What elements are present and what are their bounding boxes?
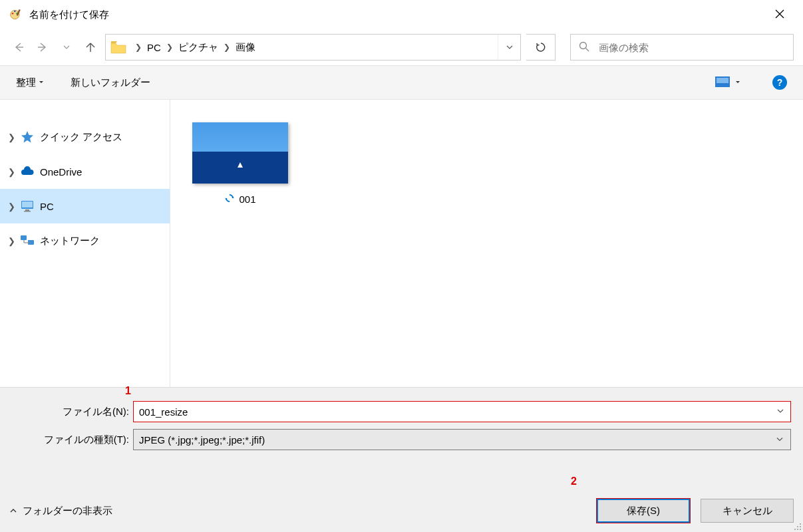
back-button[interactable] xyxy=(9,38,28,57)
svg-rect-17 xyxy=(21,235,27,240)
view-mode-button[interactable] xyxy=(715,76,731,88)
filetype-select[interactable]: JPEG (*.jpg;*.jpeg;*.jpe;*.jfif) xyxy=(133,429,791,450)
filename-label: ファイル名(N): xyxy=(7,406,133,418)
refresh-button[interactable] xyxy=(526,34,556,61)
chevron-right-icon: ❯ xyxy=(8,236,16,246)
svg-rect-16 xyxy=(24,211,31,212)
file-item[interactable]: 001 xyxy=(190,122,290,205)
breadcrumb-pc[interactable]: PC xyxy=(146,42,162,53)
save-button[interactable]: 保存(S) xyxy=(597,499,690,523)
svg-point-23 xyxy=(800,526,801,527)
sidebar-network[interactable]: ❯ ネットワーク xyxy=(0,223,170,258)
recent-dropdown[interactable] xyxy=(57,38,76,57)
filename-input[interactable] xyxy=(133,401,791,422)
filetype-value: JPEG (*.jpg;*.jpeg;*.jpe;*.jfif) xyxy=(139,434,265,446)
search-box[interactable] xyxy=(570,34,794,61)
window-title: 名前を付けて保存 xyxy=(29,9,766,21)
sync-icon xyxy=(224,193,235,205)
annotation-1: 1 xyxy=(125,385,131,397)
svg-point-2 xyxy=(14,11,16,13)
titlebar: 名前を付けて保存 xyxy=(0,0,803,29)
hide-folders-button[interactable]: フォルダーの非表示 xyxy=(9,505,112,517)
svg-point-21 xyxy=(800,523,801,525)
sidebar-onedrive[interactable]: ❯ OneDrive xyxy=(0,154,170,189)
network-icon xyxy=(20,233,35,248)
paint-app-icon xyxy=(9,8,23,21)
svg-point-1 xyxy=(12,13,14,15)
bottom-panel: 1 ファイル名(N): ファイルの種類(T): JPEG (*.jpg;*.jp… xyxy=(0,387,803,532)
sidebar-quick-access[interactable]: ❯ クイック アクセス xyxy=(0,120,170,154)
sidebar-label: PC xyxy=(40,201,54,212)
toolbar: 整理 新しいフォルダー ? xyxy=(0,65,803,100)
chevron-right-icon: ❯ xyxy=(8,167,16,177)
search-icon xyxy=(579,41,589,53)
file-list[interactable]: 001 xyxy=(170,100,803,387)
search-input[interactable] xyxy=(599,42,785,53)
main-area: ❯ クイック アクセス ❯ OneDrive ❯ PC ❯ ネットワーク xyxy=(0,100,803,387)
chevron-up-icon xyxy=(9,507,17,515)
svg-point-22 xyxy=(797,526,798,527)
chevron-right-icon: ❯ xyxy=(135,43,142,52)
chevron-right-icon: ❯ xyxy=(166,43,173,52)
chevron-down-icon xyxy=(776,434,784,446)
sidebar-label: OneDrive xyxy=(40,166,82,178)
svg-line-10 xyxy=(586,49,589,52)
sidebar-label: ネットワーク xyxy=(40,235,100,247)
filetype-label: ファイルの種類(T): xyxy=(7,434,133,446)
help-button[interactable]: ? xyxy=(772,75,787,90)
file-label: 001 xyxy=(224,193,255,205)
chevron-right-icon: ❯ xyxy=(8,201,16,211)
forward-button[interactable] xyxy=(33,38,52,57)
breadcrumb-images[interactable]: 画像 xyxy=(234,41,257,54)
organize-button[interactable]: 整理 xyxy=(16,76,44,89)
sidebar-pc[interactable]: ❯ PC xyxy=(0,189,170,223)
pc-icon xyxy=(20,199,35,213)
svg-rect-14 xyxy=(22,201,33,207)
sidebar-label: クイック アクセス xyxy=(40,131,122,144)
cancel-button[interactable]: キャンセル xyxy=(701,499,794,523)
image-thumbnail xyxy=(192,122,288,184)
chevron-down-icon[interactable] xyxy=(735,80,740,85)
breadcrumb-pictures[interactable]: ピクチャ xyxy=(177,41,220,54)
resize-grip[interactable] xyxy=(792,521,802,531)
sidebar: ❯ クイック アクセス ❯ OneDrive ❯ PC ❯ ネットワーク xyxy=(0,100,170,387)
up-button[interactable] xyxy=(81,38,100,57)
star-icon xyxy=(20,130,35,144)
breadcrumb: ❯ PC ❯ ピクチャ ❯ 画像 xyxy=(131,41,498,54)
address-bar[interactable]: ❯ PC ❯ ピクチャ ❯ 画像 xyxy=(105,34,521,61)
address-dropdown[interactable] xyxy=(498,35,520,60)
chevron-down-icon xyxy=(39,80,44,85)
folder-icon xyxy=(110,40,127,55)
close-button[interactable] xyxy=(766,3,794,27)
new-folder-button[interactable]: 新しいフォルダー xyxy=(71,76,150,89)
file-name: 001 xyxy=(239,194,255,205)
svg-point-9 xyxy=(580,43,587,49)
navigation-bar: ❯ PC ❯ ピクチャ ❯ 画像 xyxy=(0,29,803,65)
annotation-2: 2 xyxy=(571,475,577,487)
svg-point-25 xyxy=(797,529,798,530)
cloud-icon xyxy=(20,164,35,179)
chevron-right-icon: ❯ xyxy=(8,132,16,142)
svg-rect-12 xyxy=(717,78,728,83)
svg-point-26 xyxy=(800,529,801,530)
chevron-right-icon: ❯ xyxy=(224,43,230,52)
svg-point-24 xyxy=(794,529,796,530)
svg-rect-15 xyxy=(25,209,29,211)
